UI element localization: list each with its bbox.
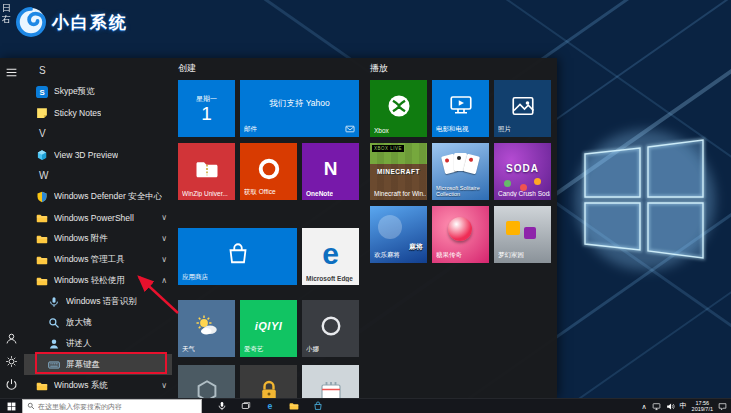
iqiyi-logo: iQIYI — [240, 300, 297, 351]
tile-hex-app[interactable] — [178, 365, 235, 398]
rings-icon — [302, 365, 359, 398]
clock-date: 2019/7/1 — [692, 406, 713, 413]
tile-store[interactable]: 应用商店 — [178, 228, 297, 285]
tile-organizer-app[interactable] — [302, 365, 359, 398]
hexagon-icon — [178, 365, 235, 398]
candy-art — [448, 217, 472, 241]
tile-solitaire[interactable]: Microsoft Solitaire Collection — [432, 143, 489, 200]
minecraft-art-title: MINECRAFT — [370, 168, 427, 175]
game-art — [506, 221, 520, 235]
photos-icon — [494, 80, 551, 131]
taskbar-search[interactable] — [22, 399, 202, 413]
tile-label: 爱奇艺 — [244, 345, 264, 354]
tile-label: Minecraft for Win... — [374, 190, 426, 197]
calendar-live-content: 星期一1 — [178, 80, 235, 137]
tile-weather[interactable]: 天气 — [178, 300, 235, 357]
tile-get-office[interactable]: 获取 Office — [240, 143, 297, 200]
ime-indicator[interactable]: 中 — [680, 401, 687, 411]
taskbar-app-icons: e — [210, 399, 330, 413]
tile-lock-app[interactable] — [240, 365, 297, 398]
tile-label: OneNote — [306, 190, 333, 197]
volume-icon[interactable] — [666, 402, 675, 411]
corner-watermark-char1: 日 — [2, 3, 11, 14]
tile-group-title-create: 创建 — [178, 62, 196, 75]
tile-soda[interactable]: SODACandy Crush Soda Saga — [494, 143, 551, 200]
desktop-root: 日 右 小白系统 SSSkype预览Sticky NotesVView 3D P… — [0, 0, 731, 413]
tile-label: 天气 — [182, 345, 195, 354]
tile-mail[interactable]: 我们支持 Yahoo邮件 — [240, 80, 359, 137]
envelope-icon — [345, 124, 355, 134]
search-icon — [27, 402, 35, 410]
tile-label: Xbox — [374, 127, 389, 134]
search-input[interactable] — [38, 403, 197, 410]
start-button[interactable] — [0, 399, 22, 413]
xbox-icon — [370, 80, 427, 131]
tile-label: 电影和电视 — [436, 125, 469, 134]
taskbar-cortana-mic-button[interactable] — [210, 399, 234, 413]
taskbar-file-explorer-button[interactable] — [282, 399, 306, 413]
tile-label: 获取 Office — [244, 188, 276, 197]
game-art — [524, 227, 536, 239]
tile-label: 小娜 — [306, 345, 319, 354]
tile-homescapes[interactable]: 梦幻家园 — [494, 206, 551, 263]
tile-edge[interactable]: eMicrosoft Edge — [302, 228, 359, 285]
taskbar-store-button[interactable] — [306, 399, 330, 413]
tile-cortana[interactable]: 小娜 — [302, 300, 359, 357]
calendar-dayname: 星期一 — [196, 94, 217, 104]
tile-label: 照片 — [498, 125, 511, 134]
taskbar-edge-button[interactable]: e — [258, 399, 282, 413]
tile-movies-tv[interactable]: 电影和电视 — [432, 80, 489, 137]
tile-photos[interactable]: 照片 — [494, 80, 551, 137]
tile-label: 梦幻家园 — [498, 251, 524, 260]
tile-winzip[interactable]: WinZip Univer... — [178, 143, 235, 200]
tile-label: 邮件 — [244, 125, 257, 134]
tray-chevron-up-icon[interactable]: ∧ — [641, 403, 646, 410]
taskbar-clock[interactable]: 17:56 2019/7/1 — [692, 400, 713, 413]
xbox-live-badge: XBOX LIVE — [372, 145, 404, 152]
corner-watermark: 日 右 — [2, 3, 11, 25]
tile-mahjong[interactable]: 麻将欢乐麻将 — [370, 206, 427, 263]
tile-minecraft[interactable]: XBOX LIVEMINECRAFTMinecraft for Win... — [370, 143, 427, 200]
tile-candy[interactable]: 糖果传奇 — [432, 206, 489, 263]
corner-watermark-char2: 右 — [2, 14, 11, 25]
brand-logo: 小白系统 — [16, 7, 128, 37]
mail-live-text: 我们支持 Yahoo — [240, 98, 359, 110]
weather-icon — [178, 300, 235, 351]
calendar-daynumber: 1 — [201, 104, 212, 124]
bag-icon — [178, 228, 297, 279]
tile-label: WinZip Univer... — [182, 190, 228, 197]
mahjong-art-text: 麻将 — [409, 242, 423, 252]
tile-label: Candy Crush Soda Saga — [498, 190, 550, 197]
office-icon — [240, 143, 297, 194]
soda-art-title: SODA — [494, 163, 551, 174]
tile-area: 创建 播放 星期一1我们支持 Yahoo邮件WinZip Univer...获取… — [0, 58, 557, 398]
system-tray: ∧ 中 17:56 2019/7/1 — [641, 400, 731, 413]
movies-icon — [432, 80, 489, 131]
action-center-icon[interactable] — [718, 402, 727, 411]
tile-iqiyi[interactable]: iQIYI爱奇艺 — [240, 300, 297, 357]
tile-label: 应用商店 — [182, 273, 208, 282]
tile-label: 糖果传奇 — [436, 251, 462, 260]
winzip-icon — [178, 143, 235, 194]
brand-title: 小白系统 — [52, 11, 128, 34]
svg-text:e: e — [268, 401, 273, 411]
start-menu: SSSkype预览Sticky NotesVView 3D PreviewWWi… — [0, 58, 557, 398]
taskbar-task-view-button[interactable] — [234, 399, 258, 413]
onenote-logo: N — [302, 143, 359, 194]
taskbar: e ∧ 中 17:56 2019/7/1 — [0, 398, 731, 413]
brand-swirl-icon — [16, 7, 46, 37]
tile-label: Microsoft Edge — [306, 275, 353, 282]
tile-label: Microsoft Solitaire Collection — [436, 185, 484, 197]
tile-group-title-play: 播放 — [370, 62, 388, 75]
tile-calendar[interactable]: 星期一1 — [178, 80, 235, 137]
tile-onenote[interactable]: NOneNote — [302, 143, 359, 200]
tile-xbox[interactable]: Xbox — [370, 80, 427, 137]
network-icon[interactable] — [652, 402, 661, 411]
ring-icon — [302, 300, 359, 351]
tile-label: 欢乐麻将 — [374, 251, 400, 260]
edge-logo: e — [302, 228, 359, 279]
padlock-icon — [240, 365, 297, 398]
